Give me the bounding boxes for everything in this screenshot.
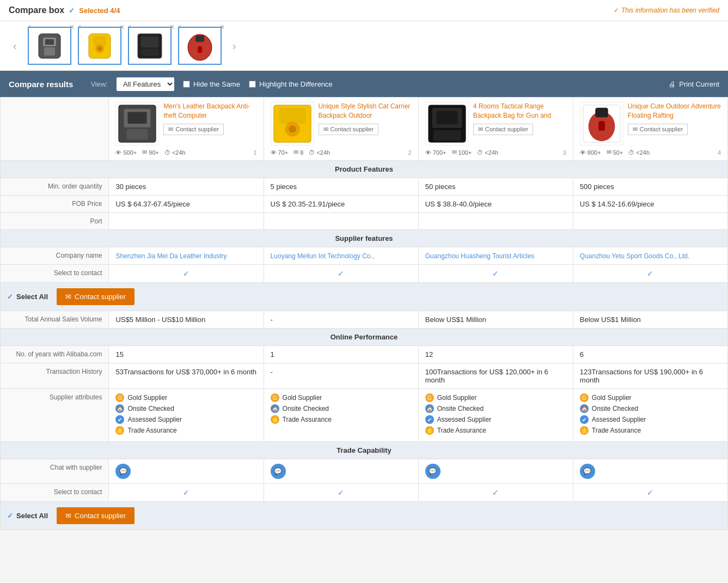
company-val-2: Luoyang Meilun Iot Technology Co., bbox=[264, 247, 418, 265]
transactions-label: Transaction History bbox=[1, 363, 109, 389]
fob-val-4: US $ 14.52-16.69/piece bbox=[573, 196, 727, 213]
select-contact-label-2: Select to contact bbox=[1, 484, 109, 502]
gold-icon-1: G bbox=[115, 393, 124, 402]
company-name-row: Company name Shenzhen Jia Mei Da Leather… bbox=[1, 247, 728, 265]
product-header-2: Unique Style Stylish Cat Carrier Backpac… bbox=[264, 98, 418, 161]
attr-trade-1: ⭐ Trade Assurance bbox=[115, 426, 256, 435]
thumb-image-3 bbox=[133, 31, 166, 61]
gold-icon-2: G bbox=[271, 393, 279, 402]
clock-icon-4: ⏱ bbox=[628, 149, 634, 156]
company-val-1: Shenzhen Jia Mei Da Leather Industry bbox=[109, 247, 264, 265]
port-val-2 bbox=[264, 213, 418, 230]
svg-rect-25 bbox=[433, 130, 461, 141]
thumb-check-2: ✓ bbox=[77, 23, 82, 31]
clock-icon-1: ⏱ bbox=[164, 149, 170, 156]
port-val-3 bbox=[418, 213, 573, 230]
verified-check-icon: ✓ bbox=[614, 7, 619, 14]
trans-val-1: 53Transactions for US$ 370,000+ in 6 mon… bbox=[109, 363, 264, 389]
envelope-icon-2: ✉ bbox=[323, 126, 328, 133]
thumb-image-1 bbox=[33, 31, 66, 61]
supplier-features-header: Supplier features bbox=[1, 230, 728, 247]
thumb-close-4[interactable]: ✕ bbox=[219, 23, 225, 31]
hide-same-checkbox[interactable] bbox=[183, 81, 190, 88]
product-name-link-4[interactable]: Unique Cute Outdoor Adventure Floating R… bbox=[628, 102, 721, 120]
thumb-close-1[interactable]: ✕ bbox=[69, 23, 75, 31]
chat-cell-2: 💬 bbox=[264, 459, 418, 484]
thumb-close-2[interactable]: ✕ bbox=[119, 23, 125, 31]
fob-price-label: FOB Price bbox=[1, 196, 109, 213]
attr-onsite-2: 🏠 Onsite Checked bbox=[271, 404, 412, 413]
highlight-diff-checkbox[interactable] bbox=[249, 81, 256, 88]
annual-sales-row: Total Annual Sales Volume US$5 Million -… bbox=[1, 311, 728, 329]
check2-icon-1: ✓ bbox=[183, 488, 189, 497]
chat-icon-2[interactable]: 💬 bbox=[271, 464, 286, 479]
select-all-row-bottom: ✓ Select All ✉ Contact supplier bbox=[1, 502, 728, 530]
chat-icon-1[interactable]: 💬 bbox=[115, 464, 131, 479]
contact-supplier-btn-header-3[interactable]: ✉ Contact supplier bbox=[473, 124, 534, 135]
assessed-icon-4: ✔ bbox=[580, 415, 589, 424]
thumb-close-3[interactable]: ✕ bbox=[169, 23, 175, 31]
company-name-label: Company name bbox=[1, 247, 109, 265]
product-header-row: Men's Leather Backpack Anti-theft Comput… bbox=[1, 98, 728, 161]
contact-supplier-btn-top[interactable]: ✉ Contact supplier bbox=[57, 288, 134, 305]
prev-arrow[interactable]: ‹ bbox=[9, 38, 21, 54]
years-alibaba-label: No. of years with Alibaba.com bbox=[1, 346, 109, 363]
compare-box-title: Compare box ✓ Selected 4/4 bbox=[9, 5, 120, 15]
check-icon-1: ✓ bbox=[183, 269, 189, 278]
verified-text: ✓ This information has been verified bbox=[614, 7, 719, 14]
onsite-icon-4: 🏠 bbox=[580, 404, 589, 413]
check-icon-3: ✓ bbox=[492, 269, 499, 278]
select-all-check-icon: ✓ bbox=[7, 293, 13, 301]
thumb-item-1: ✓ ✕ bbox=[28, 27, 71, 65]
check2-icon-4: ✓ bbox=[647, 488, 653, 497]
hide-same-group: Hide the Same bbox=[183, 80, 240, 88]
product-header-3: 4 Rooms Tactical Range Backpack Bag for … bbox=[418, 98, 573, 161]
next-arrow[interactable]: › bbox=[228, 38, 241, 54]
clock-icon-2: ⏱ bbox=[309, 149, 315, 156]
select-all-label-bottom: ✓ Select All bbox=[7, 512, 48, 520]
trade-icon-1: ⭐ bbox=[115, 426, 124, 435]
trade-capability-header: Trade Capability bbox=[1, 442, 728, 459]
contact-supplier-btn-header-4[interactable]: ✉ Contact supplier bbox=[628, 124, 688, 135]
trans-val-2: - bbox=[264, 363, 418, 389]
verified-label: This information has been verified bbox=[621, 7, 719, 14]
product-name-link-3[interactable]: 4 Rooms Tactical Range Backpack Bag for … bbox=[473, 102, 566, 120]
select-all-row-top: ✓ Select All ✉ Contact supplier bbox=[1, 283, 728, 311]
attr-trade-2: ⭐ Trade Assurance bbox=[271, 415, 412, 424]
attr-cell-1: G Gold Supplier 🏠 Onsite Checked ✔ Asses… bbox=[109, 389, 264, 442]
msg-icon-2: ✉ bbox=[293, 149, 298, 156]
onsite-icon-2: 🏠 bbox=[271, 404, 279, 413]
eye-icon-2: 👁 bbox=[271, 149, 277, 156]
select-contact-check-1: ✓ bbox=[109, 265, 264, 283]
select-contact-row-2: Select to contact ✓ ✓ ✓ ✓ bbox=[1, 484, 728, 502]
chat-icon-3[interactable]: 💬 bbox=[425, 464, 441, 479]
attr-gold-4: G Gold Supplier bbox=[580, 393, 721, 402]
view-select[interactable]: All Features bbox=[117, 77, 174, 91]
product-header-4: Unique Cute Outdoor Adventure Floating R… bbox=[573, 98, 727, 161]
product-name-link-1[interactable]: Men's Leather Backpack Anti-theft Comput… bbox=[163, 102, 256, 120]
hide-same-label: Hide the Same bbox=[193, 80, 240, 88]
svg-rect-10 bbox=[141, 49, 158, 56]
chat-icon-4[interactable]: 💬 bbox=[580, 464, 595, 479]
years-val-1: 15 bbox=[109, 346, 264, 363]
compare-toolbar: Compare results View: All Features Hide … bbox=[0, 71, 728, 97]
attr-gold-2: G Gold Supplier bbox=[271, 393, 412, 402]
print-button[interactable]: 🖨 Print Current bbox=[669, 80, 719, 88]
contact-supplier-btn-bottom[interactable]: ✉ Contact supplier bbox=[57, 507, 134, 524]
thumb-image-2 bbox=[83, 31, 116, 61]
contact-supplier-btn-header-2[interactable]: ✉ Contact supplier bbox=[319, 124, 379, 135]
select-contact2-check-4: ✓ bbox=[573, 484, 727, 502]
product-thumbs-row: ‹ ✓ ✕ ✓ ✕ ✓ ✕ ✓ ✕ bbox=[0, 21, 728, 71]
gold-icon-3: G bbox=[425, 393, 434, 402]
msg-icon-4: ✉ bbox=[607, 149, 611, 156]
select-all-label-top: ✓ Select All bbox=[7, 293, 48, 301]
selected-badge: Selected 4/4 bbox=[79, 7, 120, 15]
years-val-4: 6 bbox=[573, 346, 727, 363]
msg-icon-3: ✉ bbox=[452, 149, 457, 156]
product-name-link-2[interactable]: Unique Style Stylish Cat Carrier Backpac… bbox=[319, 102, 412, 120]
contact-supplier-btn-header-1[interactable]: ✉ Contact supplier bbox=[163, 124, 224, 135]
compare-box-header: Compare box ✓ Selected 4/4 ✓ This inform… bbox=[0, 0, 728, 21]
svg-rect-17 bbox=[127, 129, 148, 140]
supplier-features-label: Supplier features bbox=[335, 234, 393, 242]
svg-rect-12 bbox=[195, 35, 204, 42]
